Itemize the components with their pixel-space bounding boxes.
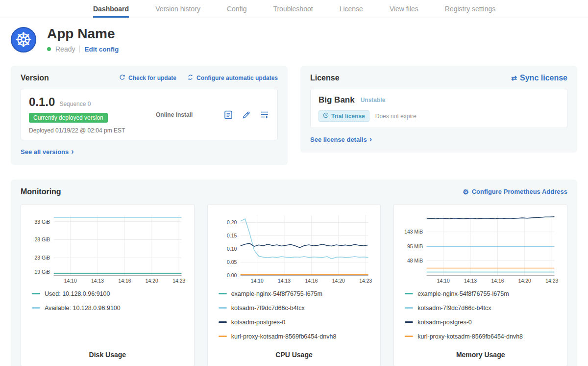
legend-item: example-nginx-54f8f76755-l675m bbox=[405, 290, 561, 297]
trial-license-badge: Trial license bbox=[318, 110, 369, 122]
legend-label: kotsadm-postgres-0 bbox=[417, 319, 471, 326]
legend-label: Used: 10.128.0.96:9100 bbox=[45, 290, 110, 297]
svg-text:0.05: 0.05 bbox=[227, 260, 237, 265]
legend-item: kurl-proxy-kotsadm-8569fb6454-dnvh8 bbox=[219, 333, 375, 340]
chart-plot: 0.000.050.100.150.2014:1014:1314:1614:20… bbox=[214, 211, 375, 285]
legend-swatch bbox=[405, 307, 413, 309]
chart-plot: 19 GiB23 GiB28 GiB33 GiB14:1014:1314:161… bbox=[27, 211, 188, 285]
legend-swatch bbox=[32, 293, 40, 294]
see-license-details-link[interactable]: See license details › bbox=[310, 135, 372, 143]
legend-item: example-nginx-54f8f76755-l675m bbox=[219, 290, 375, 297]
chart-plot: 48 MiB95 MiB143 MiB14:1014:1314:1614:201… bbox=[400, 211, 561, 285]
tab-version-history[interactable]: Version history bbox=[155, 0, 200, 18]
customer-name: Big Bank bbox=[318, 95, 355, 105]
tab-config[interactable]: Config bbox=[227, 0, 246, 18]
svg-text:95 MiB: 95 MiB bbox=[407, 244, 423, 249]
configure-prometheus-link[interactable]: ⚙ Configure Prometheus Address bbox=[463, 188, 567, 195]
check-for-update-link[interactable]: Check for update bbox=[119, 74, 176, 82]
legend-label: kurl-proxy-kotsadm-8569fb6454-dnvh8 bbox=[231, 333, 337, 340]
release-notes-icon[interactable] bbox=[242, 110, 251, 120]
see-all-versions-label: See all versions bbox=[21, 148, 69, 156]
svg-text:19 GiB: 19 GiB bbox=[35, 269, 50, 275]
legend-item: kurl-proxy-kotsadm-8569fb6454-dnvh8 bbox=[405, 333, 561, 340]
legend-label: kotsadm-postgres-0 bbox=[231, 319, 285, 326]
clock-icon bbox=[323, 112, 329, 120]
legend-item: Available: 10.128.0.96:9100 bbox=[32, 305, 188, 312]
legend-swatch bbox=[405, 321, 413, 323]
chart-legend: example-nginx-54f8f76755-l675mkotsadm-7f… bbox=[219, 290, 375, 340]
deployed-timestamp: Deployed 01/19/22 @ 02:04 pm EST bbox=[29, 127, 125, 134]
tab-view-files[interactable]: View files bbox=[390, 0, 418, 18]
legend-swatch bbox=[32, 307, 40, 309]
svg-text:14:13: 14:13 bbox=[278, 278, 291, 284]
trial-license-label: Trial license bbox=[331, 113, 365, 120]
configure-prometheus-label: Configure Prometheus Address bbox=[472, 188, 567, 195]
license-card-title: License bbox=[310, 74, 340, 82]
svg-text:0.10: 0.10 bbox=[227, 246, 237, 252]
channel-label: Unstable bbox=[361, 97, 386, 104]
current-version-panel: 0.1.0 Sequence 0 Currently deployed vers… bbox=[21, 89, 278, 140]
version-number: 0.1.0 bbox=[29, 95, 55, 109]
license-card: License ⇄ Sync license Big Bank Unstable bbox=[300, 66, 577, 153]
svg-text:48 MiB: 48 MiB bbox=[407, 258, 423, 263]
summary-cards-row: Version Check for update Configure autom… bbox=[11, 66, 577, 165]
legend-label: example-nginx-54f8f76755-l675m bbox=[417, 290, 509, 297]
svg-text:143 MiB: 143 MiB bbox=[405, 229, 423, 235]
svg-text:14:20: 14:20 bbox=[518, 278, 531, 284]
legend-item: kotsadm-7f9dc7d66c-b4tcx bbox=[405, 305, 561, 312]
legend-label: Available: 10.128.0.96:9100 bbox=[45, 305, 121, 312]
svg-text:14:13: 14:13 bbox=[464, 278, 477, 284]
deploy-logs-icon[interactable] bbox=[260, 110, 270, 120]
svg-text:14:10: 14:10 bbox=[64, 278, 77, 284]
status-dot-icon bbox=[47, 47, 51, 51]
legend-item: kotsadm-postgres-0 bbox=[405, 319, 561, 326]
legend-swatch bbox=[405, 293, 413, 294]
svg-text:14:16: 14:16 bbox=[305, 278, 318, 284]
monitoring-card: Monitoring ⚙ Configure Prometheus Addres… bbox=[11, 180, 577, 366]
chart-legend: example-nginx-54f8f76755-l675mkotsadm-7f… bbox=[405, 290, 561, 340]
app-header: ☸ App Name Ready Edit config bbox=[11, 26, 577, 53]
legend-item: kotsadm-7f9dc7d66c-b4tcx bbox=[219, 305, 375, 312]
tab-dashboard[interactable]: Dashboard bbox=[93, 0, 129, 18]
svg-text:28 GiB: 28 GiB bbox=[35, 237, 50, 242]
svg-text:14:23: 14:23 bbox=[546, 278, 559, 284]
legend-swatch bbox=[219, 293, 227, 294]
version-actions bbox=[223, 110, 270, 120]
chevron-right-icon: › bbox=[71, 148, 74, 156]
svg-text:14:20: 14:20 bbox=[146, 278, 158, 284]
page-title: App Name bbox=[47, 26, 119, 42]
svg-text:0.00: 0.00 bbox=[227, 273, 237, 278]
app-logo: ☸ bbox=[11, 27, 36, 52]
tab-registry-settings[interactable]: Registry settings bbox=[445, 0, 495, 18]
svg-text:14:23: 14:23 bbox=[172, 278, 185, 284]
check-for-update-label: Check for update bbox=[128, 75, 176, 81]
license-panel: Big Bank Unstable Trial license Does not… bbox=[310, 89, 567, 128]
preflight-checklist-icon[interactable] bbox=[223, 110, 233, 120]
monitoring-title: Monitoring bbox=[21, 187, 61, 196]
legend-label: example-nginx-54f8f76755-l675m bbox=[231, 290, 322, 297]
tab-troubleshoot[interactable]: Troubleshoot bbox=[273, 0, 313, 18]
chart-title: Disk Usage bbox=[27, 344, 188, 359]
version-info: 0.1.0 Sequence 0 Currently deployed vers… bbox=[29, 95, 125, 134]
chart-title: CPU Usage bbox=[214, 344, 375, 359]
edit-config-link[interactable]: Edit config bbox=[84, 46, 119, 53]
legend-item: kotsadm-postgres-0 bbox=[219, 319, 375, 326]
sync-license-link[interactable]: ⇄ Sync license bbox=[511, 74, 567, 82]
see-all-versions-link[interactable]: See all versions › bbox=[21, 148, 74, 156]
app-status: Ready bbox=[55, 45, 75, 53]
configure-automatic-updates-link[interactable]: Configure automatic updates bbox=[187, 74, 278, 82]
version-card: Version Check for update Configure autom… bbox=[11, 66, 288, 165]
kubernetes-icon: ☸ bbox=[15, 30, 32, 50]
tab-license[interactable]: License bbox=[340, 0, 363, 18]
legend-swatch bbox=[219, 336, 227, 337]
refresh-icon bbox=[119, 74, 125, 82]
svg-text:14:13: 14:13 bbox=[91, 278, 104, 284]
chart-legend: Used: 10.128.0.96:9100Available: 10.128.… bbox=[32, 290, 188, 312]
cpu-usage-chart-card: 0.000.050.100.150.2014:1014:1314:1614:20… bbox=[207, 204, 381, 366]
chevron-right-icon: › bbox=[369, 135, 372, 143]
svg-text:33 GiB: 33 GiB bbox=[35, 219, 50, 224]
legend-label: kotsadm-7f9dc7d66c-b4tcx bbox=[231, 305, 305, 312]
svg-text:0.20: 0.20 bbox=[227, 220, 237, 225]
deployed-badge: Currently deployed version bbox=[29, 113, 108, 123]
see-license-details-label: See license details bbox=[310, 136, 367, 143]
